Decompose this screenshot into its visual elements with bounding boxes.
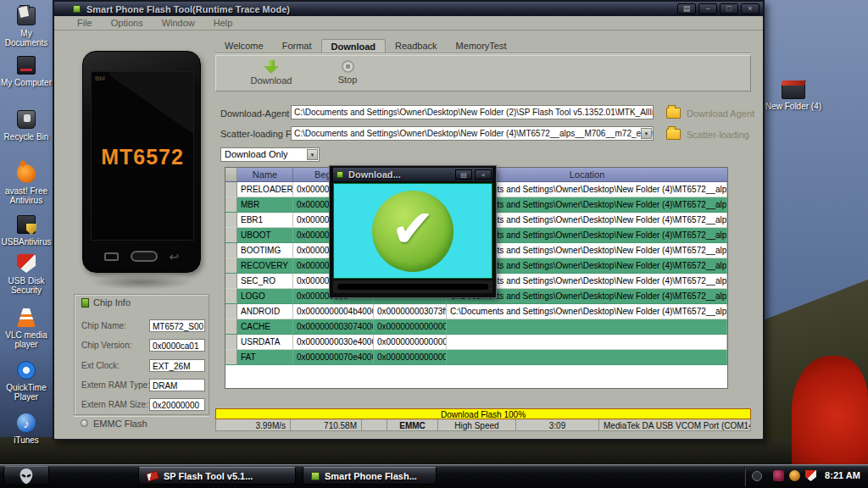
toolbar: Download Stop [215, 55, 751, 92]
dialog-close-button[interactable]: × [475, 169, 492, 180]
chip-version-value[interactable]: 0x0000ca01 [149, 339, 205, 352]
tray-antivirus-icon[interactable] [773, 470, 784, 481]
window-title: Smart Phone Flash Tool(Runtime Trace Mod… [86, 4, 290, 14]
scatter-browse-button[interactable] [666, 129, 681, 140]
dialog-menu-button[interactable]: ▤ [455, 169, 472, 180]
desktop-icon-label: My Computer [0, 78, 53, 87]
phone-preview: BM MT6572 ↩ [82, 51, 201, 273]
desktop-icon-label: iTunes [0, 435, 53, 445]
download-button-label: Download [240, 75, 303, 86]
quicktime-icon [14, 359, 38, 381]
desktop-icon-usb-disk-security[interactable]: USB Disk Security [0, 252, 53, 295]
ram-size-label: Extern RAM Size: [81, 400, 148, 409]
phone-chip-text: MT6572 [92, 145, 193, 169]
desktop-icon-my-computer[interactable]: My Computer [0, 54, 53, 87]
dialog-footer [333, 280, 492, 293]
phone-screen: BM MT6572 [91, 71, 194, 241]
download-arrow-icon [240, 60, 303, 74]
window-titlebar[interactable]: Smart Phone Flash Tool(Runtime Trace Mod… [54, 2, 763, 16]
table-row[interactable]: ANDROID0x0000000004b400000x000000003073f… [225, 304, 727, 319]
progress-bar: Download Flash 100% [215, 408, 751, 419]
menu-help[interactable]: Help [204, 18, 242, 28]
emmc-flash-section[interactable]: EMMC Flash [74, 416, 209, 430]
tab-readback[interactable]: Readback [386, 39, 447, 53]
minimize-button[interactable]: − [698, 3, 717, 14]
chip-info-title: Chip Info [93, 297, 131, 308]
status-elapsed-time: 3:09 [516, 419, 599, 430]
collapse-circle-icon [81, 419, 88, 427]
table-row[interactable]: USRDATA0x0000000030e400000x0000000000000… [225, 335, 727, 350]
tray-hidden-icons-button[interactable] [752, 471, 762, 481]
desktop-icon-label: My Documents [0, 29, 53, 47]
restore-button[interactable]: □ [720, 3, 738, 14]
download-mode-select[interactable]: Download Only ▼ [220, 147, 320, 162]
avast-icon [14, 163, 38, 185]
download-button[interactable]: Download [240, 58, 303, 86]
window-menu-button[interactable]: ▤ [677, 3, 696, 14]
download-agent-input[interactable]: C:\Documents and Settings\Owner\Desktop\… [291, 105, 654, 119]
desktop-icon-vlc[interactable]: VLC media player [0, 307, 53, 349]
desktop-icon-quicktime[interactable]: QuickTime Player [0, 359, 53, 402]
menu-options[interactable]: Options [102, 18, 153, 28]
table-row[interactable]: FAT0x0000000070e400000x0000000000000000 [225, 350, 727, 365]
start-button[interactable] [3, 466, 49, 485]
dialog-title: Download... [348, 169, 401, 180]
start-alien-icon [19, 468, 34, 485]
tray-update-icon[interactable] [789, 470, 800, 481]
taskbar-button-smart-phone-flash[interactable]: Smart Phone Flash... [303, 467, 437, 485]
taskbar-button-sp-flash-tool[interactable]: SP Flash Tool v5.1... [138, 467, 296, 485]
chip-icon [81, 298, 89, 308]
itunes-icon: ♪ [14, 412, 38, 434]
sp-flash-tool-icon [146, 470, 159, 481]
ext-clock-value[interactable]: EXT_26M [149, 359, 205, 372]
phone-home-button-icon [131, 251, 158, 262]
success-check-icon: ✔ [372, 191, 453, 272]
tab-format[interactable]: Format [273, 39, 321, 53]
download-agent-browse-button[interactable] [666, 108, 681, 119]
close-button[interactable]: × [741, 3, 760, 14]
tray-usb-security-icon[interactable] [805, 470, 816, 481]
header-name[interactable]: Name [237, 168, 293, 181]
stop-button[interactable]: Stop [316, 58, 379, 85]
status-bar: 3.99M/s 710.58M EMMC High Speed 3:09 Med… [215, 419, 751, 431]
scatter-file-label: Scatter-loading File [220, 129, 301, 139]
chip-name-value[interactable]: MT6572_S00 [149, 319, 205, 332]
emmc-flash-label: EMMC Flash [93, 419, 147, 429]
taskbar-clock[interactable]: 8:21 AM [821, 470, 865, 480]
dialog-app-icon [337, 171, 343, 178]
desktop-icon-recycle-bin[interactable]: Recycle Bin [0, 108, 53, 141]
desktop-icon-label: VLC media player [0, 330, 53, 349]
tab-welcome[interactable]: Welcome [215, 39, 273, 53]
table-row[interactable]: CACHE0x00000000307400000x000000000000000… [225, 319, 727, 335]
menu-file[interactable]: File [68, 18, 102, 28]
usbantivirus-icon [14, 214, 38, 236]
desktop-icon-label: New Folder (4) [760, 102, 827, 111]
tab-download[interactable]: Download [321, 39, 387, 53]
chip-version-label: Chip Version: [81, 341, 131, 350]
scatter-file-input[interactable]: C:\Documents and Settings\Owner\Desktop\… [291, 126, 654, 141]
tab-memorytest[interactable]: MemoryTest [447, 39, 516, 53]
scatter-dropdown-icon[interactable]: ▼ [641, 128, 652, 139]
recycle-bin-icon [14, 108, 38, 130]
desktop-icon-my-documents[interactable]: My Documents [0, 5, 53, 47]
desktop-icon-avast[interactable]: avast! Free Antivirus [0, 163, 53, 205]
mode-dropdown-icon[interactable]: ▼ [307, 149, 318, 160]
desktop-icon-new-folder-4[interactable]: New Folder (4) [760, 83, 827, 111]
status-flash-type: EMMC [387, 419, 438, 430]
tab-divider [215, 53, 751, 53]
desktop-icon-label: Recycle Bin [0, 132, 53, 141]
ram-type-label: Extern RAM Type: [81, 380, 150, 390]
phone-back-button-icon: ↩ [169, 252, 179, 261]
my-computer-icon [14, 54, 38, 76]
dialog-titlebar[interactable]: Download... ▤ × [333, 168, 492, 181]
desktop-icon-label: USB Disk Security [0, 276, 53, 295]
desktop-icon-itunes[interactable]: ♪ iTunes [0, 412, 53, 445]
desktop-icon-usbantivirus[interactable]: USBAntivirus [0, 214, 53, 247]
menu-window[interactable]: Window [153, 18, 204, 28]
phone-reflection [88, 274, 195, 290]
ram-type-value[interactable]: DRAM [149, 379, 205, 391]
status-com-port: MediaTek DA USB VCOM Port (COM14) [599, 419, 750, 430]
ram-size-value[interactable]: 0x20000000 [149, 398, 205, 411]
ext-clock-label: Ext Clock: [81, 361, 120, 370]
menu-bar: File Options Window Help [54, 16, 763, 30]
